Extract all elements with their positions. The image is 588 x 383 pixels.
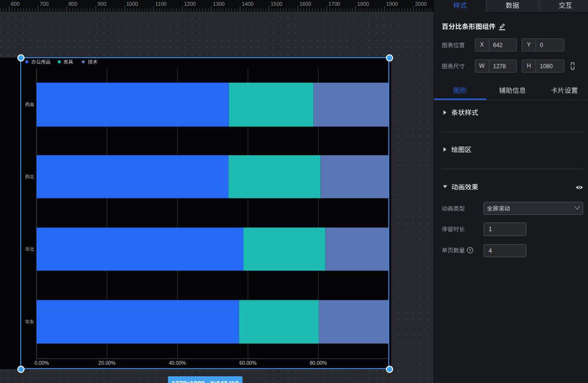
- svg-text:900: 900: [98, 1, 106, 7]
- svg-text:1600: 1600: [300, 1, 311, 7]
- svg-text:1900: 1900: [386, 1, 398, 7]
- svg-text:2000: 2000: [415, 1, 427, 7]
- svg-text:1100: 1100: [155, 1, 167, 7]
- svg-text:?: ?: [469, 248, 471, 253]
- svg-text:600: 600: [11, 1, 20, 7]
- svg-text:1700: 1700: [329, 1, 340, 7]
- svg-text:1000: 1000: [127, 1, 138, 7]
- svg-text:700: 700: [40, 1, 49, 7]
- svg-text:1400: 1400: [242, 1, 254, 7]
- svg-text:1200: 1200: [184, 1, 196, 7]
- svg-text:800: 800: [69, 1, 77, 7]
- svg-text:1300: 1300: [213, 1, 225, 7]
- svg-text:1800: 1800: [358, 1, 369, 7]
- svg-text:1500: 1500: [271, 1, 282, 7]
